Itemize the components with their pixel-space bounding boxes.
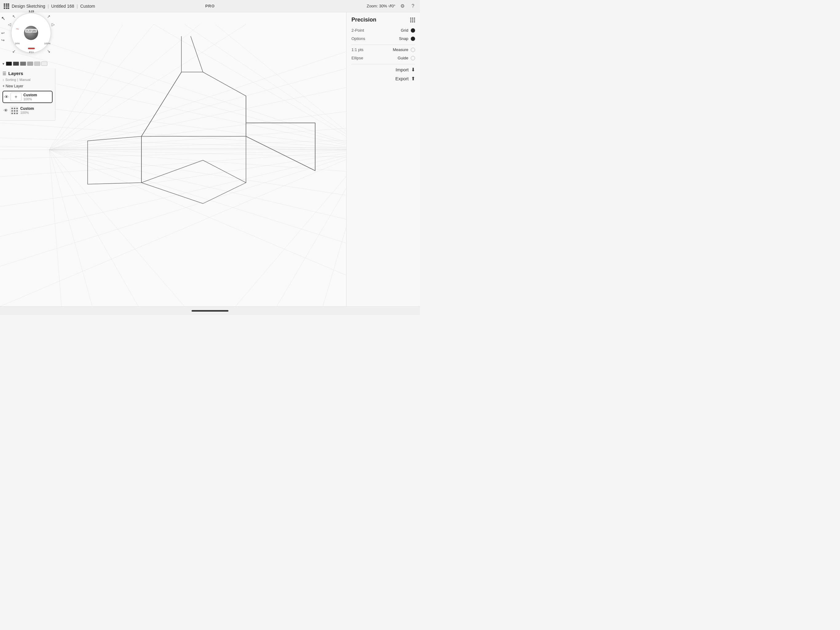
layers-panel: ☰ Layers ↕ Sorting | Manual + New Layer … (0, 68, 55, 120)
layer-opacity: 100% (20, 111, 34, 114)
redo-tool[interactable]: ↪ (1, 38, 5, 43)
layer-thumb: + (11, 93, 22, 101)
svg-line-30 (0, 150, 369, 177)
grid-toggle[interactable] (411, 28, 415, 33)
svg-line-19 (49, 24, 154, 150)
swatch-pale-gray[interactable] (34, 62, 40, 66)
svg-line-39 (185, 24, 369, 150)
layer-eye-icon[interactable]: 👁 (4, 108, 8, 113)
layer-name: Custom (20, 106, 34, 111)
precision-divider1 (351, 44, 415, 45)
ellipse-label: Ellipse (351, 56, 363, 60)
swatch-near-white[interactable] (41, 62, 47, 66)
svg-line-27 (0, 138, 369, 150)
tool-arrow-left[interactable]: ◁ (8, 22, 11, 27)
snap-label: Snap (399, 36, 408, 41)
svg-line-20 (49, 24, 200, 150)
guide-toggle[interactable] (411, 56, 415, 60)
app-grid-icon[interactable] (4, 3, 9, 9)
export-icon: ⬆ (411, 76, 415, 82)
tool-arrow-right[interactable]: ▷ (52, 22, 55, 27)
precision-row-grid: 2-Point Grid (351, 28, 415, 33)
export-button[interactable]: Export ⬆ (351, 76, 415, 82)
svg-line-48 (191, 36, 203, 72)
svg-line-31 (0, 150, 369, 207)
grid-label: Grid (401, 28, 408, 33)
precision-row-snap: Options Snap (351, 36, 415, 41)
precision-header: Precision (351, 17, 415, 23)
svg-line-21 (49, 24, 246, 150)
settings-icon[interactable]: ⚙ (399, 3, 406, 9)
options-label: Options (351, 36, 365, 41)
bottom-bar (0, 306, 420, 315)
svg-line-33 (0, 150, 369, 266)
layer-eye-icon[interactable]: 👁 (4, 95, 9, 99)
brush-mini-bar (28, 47, 35, 49)
zoom-angle: ↺0° (388, 4, 395, 8)
layer-item[interactable]: 👁 Custom 100% (2, 105, 52, 116)
brush-top-value: 3.23 (28, 10, 34, 13)
svg-line-49 (141, 72, 182, 136)
doc-name[interactable]: Untitled 168 (51, 4, 74, 9)
swatch-mid-gray[interactable] (20, 62, 26, 66)
zoom-value[interactable]: 30% (379, 4, 387, 8)
topbar-left: Design Sketching | Untitled 168 | Custom (4, 3, 95, 9)
export-label: Export (395, 76, 409, 81)
layers-sort[interactable]: ↕ Sorting | Manual (2, 78, 52, 82)
red-squiggle-icon: 〜 (16, 27, 19, 32)
brush-arrow-right[interactable]: ↗ (47, 14, 51, 19)
layer-opacity: 100% (24, 97, 37, 101)
brush-pct-14: 14% (15, 42, 20, 45)
swatch-arrow[interactable]: ▼ (2, 62, 5, 65)
bottom-handle[interactable] (191, 310, 229, 312)
brush-pts-label: 3.23 pts (25, 29, 37, 33)
guide-label: Guide (398, 56, 408, 60)
topbar-right: Zoom: 30% ↺0° ⚙ ? (366, 3, 416, 9)
svg-marker-41 (88, 136, 141, 184)
import-label: Import (395, 67, 409, 72)
snap-toggle[interactable] (411, 36, 415, 41)
precision-divider2 (351, 64, 415, 64)
topbar: Design Sketching | Untitled 168 | Custom… (0, 0, 420, 12)
brush-wheel[interactable]: 3.23 pts 3.23 ↖ ↗ ↙ ↘ ◁ ▷ 14% 100% 8'11 … (7, 9, 56, 58)
svg-line-18 (49, 24, 123, 150)
topbar-preset[interactable]: Custom (80, 4, 95, 9)
brush-size-bottom: 8'11 (29, 51, 34, 54)
grid-dots-icon[interactable] (410, 17, 415, 22)
new-layer-button[interactable]: + New Layer (2, 84, 52, 88)
svg-line-40 (154, 24, 369, 150)
color-swatches: ▼ (2, 61, 47, 66)
app-name: Design Sketching (12, 4, 45, 9)
right-panel: Precision 2-Point Grid Options Snap 1:1 … (346, 12, 420, 306)
precision-row-measure: 1:1 pts Measure (351, 47, 415, 52)
svg-line-15 (49, 150, 138, 306)
precision-row-guide: Ellipse Guide (351, 56, 415, 60)
svg-line-24 (0, 72, 369, 150)
layer-info: Custom 100% (20, 106, 34, 114)
svg-line-14 (49, 150, 185, 306)
import-button[interactable]: Import ⬇ (351, 67, 415, 73)
svg-line-32 (0, 150, 369, 237)
swatch-light-gray[interactable] (27, 62, 33, 66)
layer-info: Custom 100% (24, 93, 37, 101)
measure-toggle[interactable] (411, 47, 415, 52)
layers-menu-icon[interactable]: ☰ (2, 71, 6, 76)
arrow-tool[interactable]: ↖ (1, 15, 5, 21)
layers-title: Layers (8, 71, 23, 76)
tool-buttons: ↩ ↪ (1, 31, 5, 43)
layer-item[interactable]: 👁 + Custom 100% (2, 91, 52, 103)
measure-label: Measure (393, 47, 408, 52)
svg-line-29 (0, 150, 369, 159)
swatch-black[interactable] (6, 62, 12, 66)
svg-marker-43 (246, 123, 315, 171)
pro-badge: PRO (205, 4, 215, 8)
brush-arrow-left[interactable]: ↖ (12, 14, 16, 19)
swatch-dark-gray[interactable] (13, 62, 19, 66)
svg-line-38 (215, 24, 369, 150)
brush-arrow-down-left[interactable]: ↙ (12, 49, 16, 54)
svg-marker-44 (141, 160, 246, 204)
brush-arrow-down-right[interactable]: ↘ (47, 49, 51, 54)
help-icon[interactable]: ? (409, 3, 416, 9)
pts-label: 1:1 pts (351, 47, 363, 52)
undo-tool[interactable]: ↩ (1, 31, 5, 35)
